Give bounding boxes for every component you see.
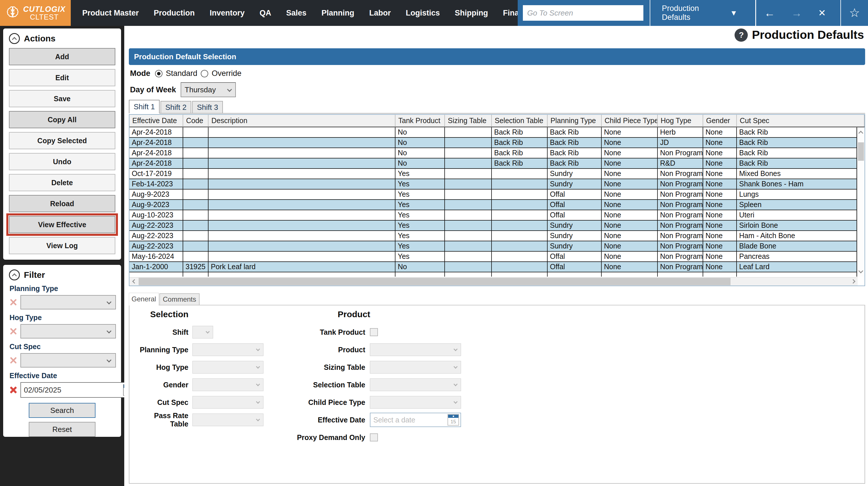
cell-selection-table	[492, 220, 548, 230]
action-button-view-effective[interactable]: View Effective	[9, 216, 115, 233]
close-icon[interactable]: ✕	[810, 0, 834, 26]
table-row[interactable]: Apr-24-2018NoBack RibBack RibNoneHerbNon…	[129, 127, 857, 138]
column-header-effective-date[interactable]: Effective Date	[129, 115, 183, 126]
nav-item-product-master[interactable]: Product Master	[75, 9, 146, 18]
column-header-hog-type[interactable]: Hog Type	[658, 115, 703, 126]
column-header-planning-type[interactable]: Planning Type	[548, 115, 602, 126]
column-header-sizing-table[interactable]: Sizing Table	[445, 115, 492, 126]
mode-radio-override[interactable]	[201, 70, 208, 78]
collapse-chevron-icon[interactable]	[9, 269, 20, 280]
mode-radio-standard[interactable]	[155, 70, 162, 78]
cell-selection-table: Back Rib	[492, 158, 548, 168]
table-row[interactable]: Oct-17-2019YesSundryNoneNon ProgramNoneM…	[129, 169, 857, 179]
nav-item-inventory[interactable]: Inventory	[202, 9, 252, 18]
field-select-pass-rate-table[interactable]	[192, 414, 264, 426]
filter-select-planning-type[interactable]	[21, 295, 116, 309]
column-header-tank-product[interactable]: Tank Product	[396, 115, 445, 126]
table-row[interactable]: Apr-24-2018NoBack RibBack RibNoneR&DNone…	[129, 158, 857, 169]
nav-item-logistics[interactable]: Logistics	[398, 9, 447, 18]
clear-filter-icon[interactable]	[8, 356, 18, 365]
action-button-view-log[interactable]: View Log	[9, 237, 115, 254]
nav-item-labor[interactable]: Labor	[362, 9, 398, 18]
app-logo[interactable]: CUTLOGIX CLTEST	[0, 0, 71, 26]
nav-item-planning[interactable]: Planning	[314, 9, 362, 18]
field-label-sizing-table: Sizing Table	[293, 363, 365, 371]
action-button-save[interactable]: Save	[9, 90, 115, 107]
nav-item-shipping[interactable]: Shipping	[447, 9, 495, 18]
nav-item-sales[interactable]: Sales	[279, 9, 314, 18]
filter-select-hog-type[interactable]	[21, 324, 116, 338]
horizontal-scrollbar[interactable]	[129, 277, 858, 285]
scroll-right-icon[interactable]	[851, 279, 856, 284]
vertical-scrollbar[interactable]	[857, 127, 865, 277]
action-button-delete[interactable]: Delete	[9, 174, 115, 191]
table-row[interactable]: Aug-22-2023YesSundryNoneNon ProgramNoneH…	[129, 231, 857, 241]
action-button-reload[interactable]: Reload	[9, 195, 115, 212]
action-button-add[interactable]: Add	[9, 48, 115, 65]
nav-item-qa[interactable]: QA	[252, 9, 279, 18]
tank-product-checkbox[interactable]	[370, 328, 378, 336]
column-header-child-piece-type[interactable]: Child Piece Type	[602, 115, 658, 126]
field-select-gender[interactable]	[192, 378, 264, 391]
table-row[interactable]: Aug-9-2023YesOffalNoneNon ProgramNoneLun…	[129, 189, 857, 200]
field-select-child-piece-type[interactable]	[370, 396, 461, 408]
proxy-demand-only-checkbox[interactable]	[370, 433, 378, 442]
action-button-copy-selected[interactable]: Copy Selected	[9, 132, 115, 149]
collapse-chevron-icon[interactable]	[9, 33, 20, 44]
effective-date-filter-input[interactable]	[21, 386, 123, 395]
tab-shift-3[interactable]: Shift 3	[192, 101, 223, 113]
go-to-screen-input[interactable]	[523, 5, 643, 21]
actions-panel-header[interactable]: Actions	[9, 33, 116, 44]
tab-shift-2[interactable]: Shift 2	[160, 101, 191, 113]
scroll-down-icon[interactable]	[859, 269, 863, 273]
filter-select-cut-spec[interactable]	[21, 353, 116, 367]
field-select-sizing-table[interactable]	[370, 361, 461, 373]
help-icon[interactable]: ?	[735, 28, 748, 42]
scroll-up-icon[interactable]	[859, 131, 863, 136]
tab-general[interactable]: General	[129, 293, 159, 305]
effective-date-input[interactable]	[370, 416, 447, 424]
favorite-star-icon[interactable]: ☆	[841, 0, 868, 26]
horizontal-scroll-thumb[interactable]	[138, 278, 731, 285]
table-row[interactable]: Aug-9-2023YesOffalNoneNon ProgramNoneSpl…	[129, 200, 857, 210]
table-row[interactable]: Feb-14-2023YesSundryNoneNon ProgramNoneS…	[129, 179, 857, 189]
field-select-selection-table[interactable]	[370, 378, 461, 391]
action-button-copy-all[interactable]: Copy All	[9, 111, 115, 128]
back-arrow-icon[interactable]: ←	[756, 0, 783, 26]
filter-panel-header[interactable]: Filter	[9, 269, 116, 280]
table-row[interactable]: May-16-2024YesOffalNoneNon ProgramNonePa…	[129, 252, 857, 262]
scroll-left-icon[interactable]	[132, 279, 137, 284]
clear-filter-icon[interactable]	[8, 297, 18, 307]
field-select-hog-type[interactable]	[192, 361, 264, 373]
tab-shift-1[interactable]: Shift 1	[129, 100, 160, 114]
column-header-cut-spec[interactable]: Cut Spec	[737, 115, 865, 126]
day-of-week-select[interactable]: Thursday	[181, 82, 236, 97]
table-row[interactable]: Aug-22-2023YesSundryNoneNon ProgramNoneB…	[129, 241, 857, 252]
column-header-gender[interactable]: Gender	[703, 115, 737, 126]
column-header-selection-table[interactable]: Selection Table	[492, 115, 548, 126]
vertical-scroll-thumb[interactable]	[858, 142, 864, 161]
action-button-undo[interactable]: Undo	[9, 153, 115, 170]
calendar-icon[interactable]: 15	[447, 414, 459, 426]
field-select-planning-type[interactable]	[192, 343, 264, 356]
clear-filter-icon[interactable]	[8, 326, 18, 336]
table-row[interactable]: Jan-1-200031925Pork Leaf lardNoOffalNone…	[129, 262, 857, 272]
action-button-edit[interactable]: Edit	[9, 69, 115, 86]
nav-item-production[interactable]: Production	[146, 9, 203, 18]
field-select-cut-spec[interactable]	[192, 396, 264, 408]
tab-comments[interactable]: Comments	[159, 293, 199, 305]
column-header-description[interactable]: Description	[209, 115, 396, 126]
column-header-code[interactable]: Code	[183, 115, 209, 126]
search-button[interactable]: Search	[29, 403, 95, 418]
table-row[interactable]: Apr-24-2018NoBack RibBack RibNoneJDNoneB…	[129, 138, 857, 148]
clear-date-icon[interactable]	[8, 385, 18, 395]
reset-button[interactable]: Reset	[29, 422, 95, 437]
field-select-product[interactable]	[370, 343, 461, 356]
table-row[interactable]: Aug-10-2023YesOffalNoneNon ProgramNoneUt…	[129, 210, 857, 220]
field-select-shift[interactable]	[192, 326, 213, 338]
table-row[interactable]: Aug-22-2023YesSundryNoneNon ProgramNoneS…	[129, 220, 857, 231]
forward-arrow-icon[interactable]: →	[783, 0, 810, 26]
chevron-down-icon	[454, 347, 458, 351]
screen-selector-dropdown[interactable]: Production Defaults ▼	[650, 0, 749, 26]
table-row[interactable]: Apr-24-2018NoBack RibBack RibNoneNon Pro…	[129, 148, 857, 158]
